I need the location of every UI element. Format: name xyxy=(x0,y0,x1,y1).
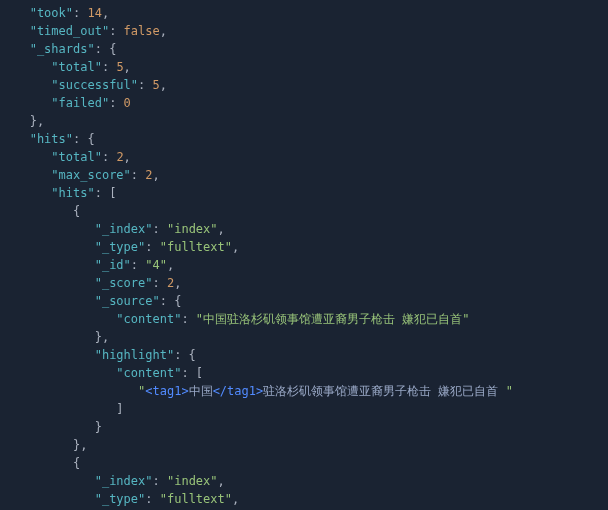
json-content: "took": 14, "timed_out": false, "_shards… xyxy=(8,6,513,510)
json-code-block: "took": 14, "timed_out": false, "_shards… xyxy=(0,0,608,510)
